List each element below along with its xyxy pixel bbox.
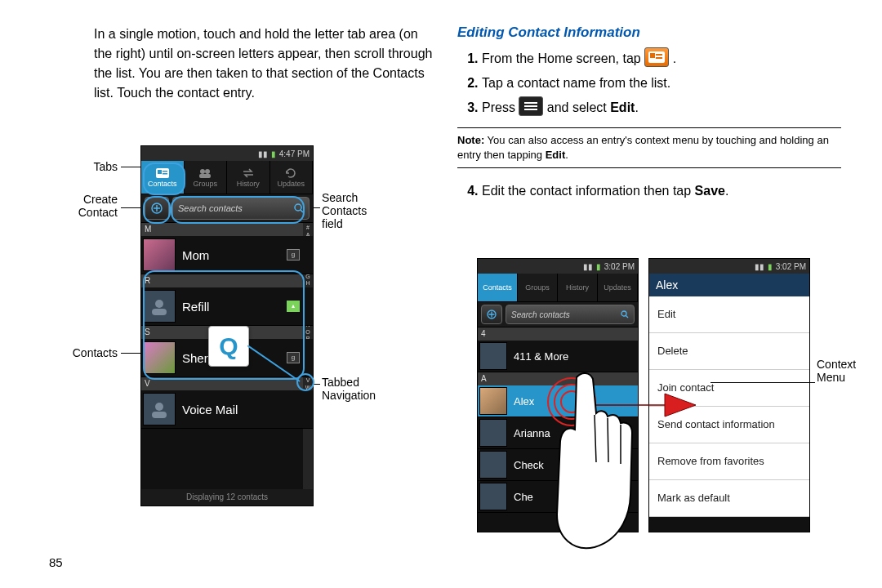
plus-icon bbox=[487, 310, 497, 319]
step-1: From the Home screen, tap . bbox=[482, 47, 841, 70]
contact-row[interactable]: Che bbox=[478, 481, 638, 513]
avatar bbox=[479, 387, 507, 415]
person-icon bbox=[150, 400, 168, 418]
contact-row[interactable]: Check bbox=[478, 449, 638, 481]
search-row: Search contacts bbox=[478, 301, 638, 327]
context-menu-item-join[interactable]: Join contact bbox=[649, 370, 809, 407]
section-heading: Editing Contact Information bbox=[457, 24, 841, 41]
battery-icon: ▮ bbox=[768, 262, 773, 271]
people-icon bbox=[198, 167, 212, 179]
list-footer: Displaying 12 contacts bbox=[141, 489, 313, 506]
tab-history[interactable]: History bbox=[227, 161, 270, 194]
note-block: Note: You can also access an entry's con… bbox=[457, 127, 841, 168]
context-menu-item-send[interactable]: Send contact information bbox=[649, 407, 809, 443]
avatar bbox=[143, 393, 176, 425]
contact-name: Voice Mail bbox=[182, 403, 238, 416]
step-4: Edit the contact information then tap Sa… bbox=[482, 180, 841, 203]
phone-before: ▮▮ ▮ 3:02 PM Contacts Groups History Upd… bbox=[477, 258, 639, 532]
search-icon bbox=[621, 310, 629, 318]
status-bar: ▮▮ ▮ 4:47 PM bbox=[141, 146, 313, 161]
tab-groups[interactable]: Groups bbox=[185, 161, 228, 194]
context-menu-figure: ▮▮ ▮ 3:02 PM Contacts Groups History Upd… bbox=[477, 258, 822, 557]
tab-updates[interactable]: Updates bbox=[270, 161, 314, 194]
steps-list: From the Home screen, tap . Tap a contac… bbox=[482, 47, 841, 119]
contact-row[interactable]: Ariannag bbox=[478, 417, 638, 449]
svg-line-21 bbox=[626, 316, 629, 318]
google-badge-icon: g bbox=[287, 352, 300, 363]
contact-row-selected[interactable]: Alex bbox=[478, 385, 638, 417]
sim-badge-icon: ▴ bbox=[287, 301, 300, 312]
status-time: 4:47 PM bbox=[279, 149, 310, 158]
step-3: Press and select Edit. bbox=[482, 96, 841, 119]
menu-key-icon bbox=[519, 96, 543, 116]
person-icon bbox=[150, 297, 168, 315]
section-header: A bbox=[478, 372, 638, 385]
context-menu-item-delete[interactable]: Delete bbox=[649, 333, 809, 370]
section-header: R bbox=[141, 274, 313, 287]
svg-point-5 bbox=[205, 169, 210, 174]
avatar bbox=[479, 483, 507, 510]
svg-rect-16 bbox=[650, 53, 655, 58]
tab-groups[interactable]: Groups bbox=[518, 274, 558, 301]
context-menu-item-remove-fav[interactable]: Remove from favorites bbox=[649, 443, 809, 480]
callout-tabs: Tabs bbox=[67, 160, 118, 173]
signal-icon: ▮▮ bbox=[583, 262, 593, 271]
tabs-row: Contacts Groups History Updates bbox=[141, 161, 313, 194]
tab-contacts[interactable]: Contacts bbox=[141, 161, 185, 194]
swap-icon bbox=[241, 167, 256, 179]
status-time: 3:02 PM bbox=[776, 262, 806, 271]
svg-point-10 bbox=[155, 300, 163, 308]
tab-contacts[interactable]: Contacts bbox=[478, 274, 518, 301]
tab-label: Groups bbox=[193, 180, 217, 188]
search-contacts-field[interactable]: Search contacts bbox=[506, 305, 635, 324]
avatar bbox=[479, 342, 507, 370]
callout-tabbed-nav: Tabbed Navigation bbox=[322, 376, 376, 402]
tabs-row: Contacts Groups History Updates bbox=[478, 274, 638, 301]
contact-name: Mom bbox=[182, 248, 209, 262]
tab-history[interactable]: History bbox=[558, 274, 598, 301]
callout-line bbox=[710, 382, 815, 383]
card-icon bbox=[155, 167, 170, 179]
contact-name: Sheri bbox=[182, 351, 211, 365]
create-contact-button[interactable] bbox=[481, 305, 502, 324]
avatar bbox=[479, 419, 507, 447]
svg-rect-6 bbox=[199, 174, 211, 178]
svg-rect-1 bbox=[158, 170, 162, 174]
tab-label: History bbox=[237, 180, 260, 188]
svg-point-12 bbox=[155, 403, 163, 411]
tab-updates[interactable]: Updates bbox=[598, 274, 638, 301]
svg-point-20 bbox=[621, 311, 626, 316]
search-contacts-field[interactable]: Search contacts bbox=[172, 197, 310, 220]
context-menu-item-default[interactable]: Mark as default bbox=[649, 480, 809, 517]
svg-rect-18 bbox=[656, 57, 662, 59]
section-header: V bbox=[141, 377, 313, 390]
contact-name: Che bbox=[514, 491, 533, 503]
callout-search-field: Search Contacts field bbox=[322, 191, 367, 230]
context-menu-item-edit[interactable]: Edit bbox=[649, 296, 809, 333]
avatar bbox=[143, 290, 176, 323]
contact-row[interactable]: Voice Mail bbox=[141, 390, 313, 429]
search-icon bbox=[294, 203, 304, 213]
status-time: 3:02 PM bbox=[604, 262, 635, 271]
battery-icon: ▮ bbox=[271, 149, 276, 158]
section-header: 4 bbox=[478, 327, 638, 341]
contact-name: Alex bbox=[514, 395, 534, 408]
callout-contacts: Contacts bbox=[56, 346, 118, 359]
plus-icon bbox=[151, 203, 163, 214]
contact-row[interactable]: Refill ▴ bbox=[141, 287, 313, 326]
create-contact-button[interactable] bbox=[145, 197, 169, 220]
phone-context-menu: ▮▮ ▮ 3:02 PM Alex Edit Delete Join conta… bbox=[648, 258, 810, 532]
avatar bbox=[143, 341, 176, 374]
google-badge-icon: g bbox=[612, 427, 625, 439]
svg-rect-17 bbox=[656, 54, 662, 56]
section-header: M bbox=[141, 223, 313, 236]
contact-row[interactable]: 411 & More bbox=[478, 341, 638, 372]
contact-row[interactable]: Mom g bbox=[141, 236, 313, 274]
tab-label: Contacts bbox=[148, 180, 177, 188]
signal-icon: ▮▮ bbox=[755, 262, 764, 271]
context-menu-title: Alex bbox=[649, 274, 809, 296]
signal-icon: ▮▮ bbox=[258, 149, 268, 158]
callout-context-menu: Context Menu bbox=[817, 358, 856, 384]
status-bar: ▮▮ ▮ 3:02 PM bbox=[478, 259, 638, 274]
contact-name: 411 & More bbox=[514, 350, 568, 363]
